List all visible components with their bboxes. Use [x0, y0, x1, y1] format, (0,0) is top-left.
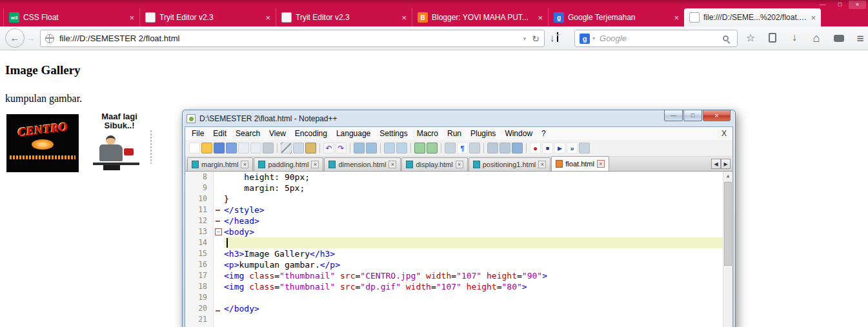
menu-window[interactable]: Window — [500, 127, 537, 138]
browser-tab-tryit-1[interactable]: Tryit Editor v2.3 × — [139, 8, 276, 26]
indent-guide-icon[interactable] — [469, 143, 480, 154]
fold-collapse-icon[interactable]: – — [215, 228, 222, 235]
menu-edit[interactable]: Edit — [208, 127, 231, 138]
search-icon[interactable] — [723, 35, 729, 41]
close-icon[interactable] — [238, 143, 249, 154]
menu-macro[interactable]: Macro — [412, 127, 443, 138]
document-tab-padding.html[interactable]: padding.html× — [254, 157, 323, 171]
playback-macro-icon[interactable]: ▶ — [554, 143, 565, 154]
sync-vertical-icon[interactable] — [414, 143, 425, 154]
zoom-in-icon[interactable] — [384, 143, 395, 154]
code-line-15[interactable]: <h3>Image Gallery</h3> — [224, 248, 723, 259]
url-text[interactable]: file:///D:/SEMESTER 2/float.html — [59, 34, 523, 43]
tab-scroll-right-icon[interactable]: ▶ — [721, 159, 731, 169]
document-tab-display.html[interactable]: display.html× — [401, 157, 467, 171]
record-macro-icon[interactable]: ● — [530, 143, 541, 154]
code-line-10[interactable]: } — [224, 193, 723, 204]
show-all-characters-icon[interactable]: ¶ — [457, 143, 468, 154]
code-line-21[interactable] — [224, 314, 723, 325]
menu-help[interactable]: ? — [537, 127, 550, 138]
fold-margin-cell[interactable] — [214, 215, 224, 226]
window-minimize-button[interactable]: — — [664, 110, 683, 121]
reload-icon[interactable]: ↻ — [532, 34, 540, 44]
code-area[interactable]: height: 90px; margin: 5px;}</style></hea… — [224, 172, 723, 327]
url-bar[interactable]: file:///D:/SEMESTER 2/float.html ▾ ↻ — [40, 30, 545, 47]
chat-icon[interactable] — [831, 32, 847, 45]
fold-margin-cell[interactable] — [214, 204, 224, 215]
menu-plugins[interactable]: Plugins — [466, 127, 500, 138]
forward-button[interactable]: → — [26, 34, 35, 43]
back-button[interactable]: ← — [5, 28, 25, 48]
scrollbar-thumb[interactable] — [724, 182, 732, 266]
editor[interactable]: 89101112131415161718192021 – height: 90p… — [185, 172, 732, 327]
fold-margin-cell[interactable] — [214, 305, 224, 316]
print-icon[interactable] — [263, 143, 274, 154]
browser-tab-float-html[interactable]: file:///D:/SEME...%202/float.html × — [684, 8, 821, 26]
code-line-20[interactable]: </body> — [224, 303, 723, 314]
tab-scroll-left-icon[interactable]: ◀ — [711, 159, 721, 169]
tab-close-icon[interactable]: × — [456, 161, 463, 168]
download-button[interactable]: ↓▾ — [550, 32, 555, 43]
find-icon[interactable] — [354, 143, 365, 154]
browser-tab-css-float[interactable]: w3 CSS Float × — [3, 8, 139, 26]
search-engine-caret-icon[interactable]: ▾ — [592, 35, 595, 41]
save-icon[interactable] — [214, 143, 225, 154]
undo-icon[interactable]: ↶ — [323, 143, 334, 154]
menu-icon[interactable]: ≡ — [852, 32, 868, 46]
browser-tab-blogger[interactable]: B Blogger: YOVI MAHA PUT... × — [412, 8, 548, 26]
search-input[interactable]: Google — [600, 34, 723, 43]
browser-tab-tryit-2[interactable]: Tryit Editor v2.3 × — [276, 8, 412, 26]
code-line-8[interactable]: height: 90px; — [224, 172, 723, 183]
document-tab-positioning1.html[interactable]: positioning1.html× — [469, 157, 551, 171]
downloads-icon[interactable]: ↓ — [786, 32, 803, 43]
tab-close-icon[interactable]: × — [674, 13, 679, 23]
zoom-out-icon[interactable] — [396, 143, 407, 154]
menubar-close-button[interactable]: X — [722, 129, 727, 138]
code-line-16[interactable]: <p>kumpulan gambar.</p> — [224, 259, 723, 270]
window-minimize-button[interactable]: — — [814, 1, 831, 9]
editor-scrollbar[interactable]: ▲ — [723, 172, 732, 327]
sync-horizontal-icon[interactable] — [427, 143, 438, 154]
menu-language[interactable]: Language — [332, 127, 375, 138]
window-maximize-button[interactable]: □ — [831, 1, 849, 9]
run-macro-multiple-icon[interactable]: » — [567, 143, 578, 154]
redo-icon[interactable]: ↷ — [336, 143, 347, 154]
close-all-icon[interactable] — [250, 143, 261, 154]
tab-close-icon[interactable]: × — [538, 161, 546, 168]
tab-close-icon[interactable]: × — [538, 13, 543, 23]
code-line-9[interactable]: margin: 5px; — [224, 183, 723, 193]
menu-encoding[interactable]: Encoding — [290, 127, 332, 138]
fold-margin-cell[interactable]: – — [214, 228, 224, 239]
doc-map-icon[interactable] — [487, 143, 498, 154]
scroll-up-icon[interactable]: ▲ — [723, 172, 732, 179]
copy-icon[interactable] — [293, 143, 304, 154]
code-line-13[interactable]: <body> — [224, 226, 723, 237]
search-bar[interactable]: g ▾ Google — [574, 30, 738, 47]
tab-close-icon[interactable]: × — [311, 161, 319, 168]
window-close-button[interactable]: × — [703, 110, 731, 121]
function-list-icon[interactable] — [500, 143, 510, 154]
menu-file[interactable]: File — [187, 127, 208, 138]
browser-tab-google-translate[interactable]: g Google Terjemahan × — [548, 8, 684, 26]
tab-close-icon[interactable]: × — [129, 13, 134, 23]
menu-run[interactable]: Run — [443, 127, 466, 138]
code-line-11[interactable]: </style> — [224, 204, 723, 215]
code-line-14[interactable] — [224, 237, 723, 248]
code-line-12[interactable]: </head> — [224, 215, 723, 226]
tab-close-icon[interactable]: × — [597, 160, 605, 168]
window-maximize-button[interactable]: □ — [683, 110, 702, 121]
tab-close-icon[interactable]: × — [401, 13, 407, 23]
menu-search[interactable]: Search — [231, 127, 265, 138]
bookmarks-menu-icon[interactable] — [764, 32, 781, 45]
new-file-icon[interactable] — [189, 143, 200, 154]
window-close-button[interactable]: × — [849, 1, 866, 9]
tab-close-icon[interactable]: × — [265, 13, 270, 23]
site-identity-icon[interactable] — [45, 34, 54, 43]
tab-close-icon[interactable]: × — [241, 161, 248, 168]
code-line-18[interactable]: <img class="thumbnail" src="dp.gif" widt… — [224, 281, 723, 292]
document-tab-float.html[interactable]: float.html× — [551, 156, 609, 171]
menu-settings[interactable]: Settings — [375, 127, 412, 138]
document-tab-dimension.html[interactable]: dimension.html× — [324, 157, 401, 171]
tab-close-icon[interactable]: × — [811, 13, 816, 23]
url-dropdown-icon[interactable]: ▾ — [523, 35, 527, 42]
